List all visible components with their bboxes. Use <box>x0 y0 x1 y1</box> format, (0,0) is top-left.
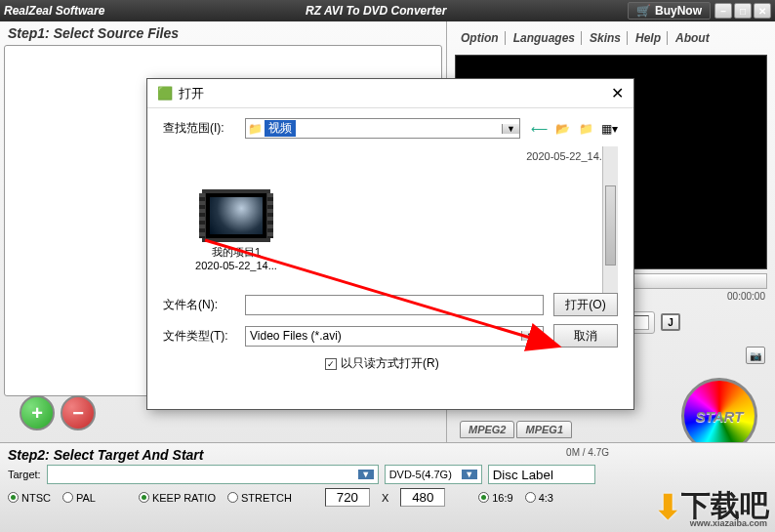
size-indicator: 0M / 4.7G <box>566 447 609 458</box>
radio-dot-icon <box>8 492 19 503</box>
stretch-label: STRETCH <box>241 492 292 504</box>
radio-dot-icon <box>525 492 536 503</box>
radio-dot-icon <box>62 492 73 503</box>
scrollbar[interactable] <box>602 146 618 293</box>
folder-icon: 📁 <box>248 122 263 136</box>
tab-mpeg2[interactable]: MPEG2 <box>460 421 515 438</box>
view-menu-icon[interactable]: ▦▾ <box>600 120 618 138</box>
time-end: 00:00:00 <box>727 291 765 302</box>
menu-option[interactable]: Option <box>455 31 506 45</box>
back-icon[interactable]: ⟵ <box>530 120 548 138</box>
step2-header: Step2: Select Target And Start <box>8 447 767 463</box>
open-dialog: 🟩打开 ✕ 查找范围(I): 📁 视频 ▼ ⟵ 📂 📁 ▦▾ 2020-05-2… <box>146 78 634 410</box>
buy-now-label: BuyNow <box>655 4 702 18</box>
radio-dot-icon <box>227 492 238 503</box>
readonly-label: 以只读方式打开(R) <box>341 355 439 372</box>
maximize-button[interactable]: □ <box>734 3 752 19</box>
target-label: Target: <box>8 469 41 480</box>
radio-4-3[interactable]: 4:3 <box>525 492 553 504</box>
radio-dot-icon <box>139 492 149 503</box>
x-label: X <box>382 492 388 504</box>
close-button[interactable]: ✕ <box>754 3 771 19</box>
filetype-label: 文件类型(T): <box>163 328 235 345</box>
radio-ntsc[interactable]: NTSC <box>8 492 51 504</box>
mark-button[interactable]: J <box>661 313 680 331</box>
radio-pal[interactable]: PAL <box>62 492 96 504</box>
remove-button[interactable]: − <box>61 395 96 430</box>
video-thumbnail-icon <box>202 189 270 242</box>
watermark-icon: ⬇ <box>654 487 681 526</box>
dialog-title: 打开 <box>179 85 204 102</box>
checkbox-icon: ✓ <box>325 358 337 370</box>
dropdown-icon: ▼ <box>462 470 477 479</box>
r43-label: 4:3 <box>539 492 553 504</box>
tab-mpeg1[interactable]: MPEG1 <box>516 421 572 438</box>
radio-dot-icon <box>478 492 489 503</box>
lookin-label: 查找范围(I): <box>163 120 235 137</box>
media-combo[interactable]: DVD-5(4.7G)▼ <box>385 465 482 484</box>
width-input[interactable] <box>325 488 370 507</box>
media-value: DVD-5(4.7G) <box>389 469 452 480</box>
r169-label: 16:9 <box>492 492 512 504</box>
menu-help[interactable]: Help <box>630 31 668 45</box>
start-label: START <box>696 408 744 425</box>
radio-keep-ratio[interactable]: KEEP RATIO <box>139 492 216 504</box>
height-input[interactable] <box>400 488 445 507</box>
pal-label: PAL <box>76 492 96 504</box>
filetype-combo[interactable]: Video Files (*.avi)▼ <box>245 326 544 347</box>
filetype-value: Video Files (*.avi) <box>250 329 342 343</box>
dialog-close-button[interactable]: ✕ <box>611 84 624 102</box>
disc-label-input[interactable] <box>488 465 595 484</box>
dropdown-icon: ▼ <box>521 331 539 341</box>
radio-16-9[interactable]: 16:9 <box>478 492 512 504</box>
step1-header: Step1: Select Source Files <box>4 25 442 41</box>
buy-now-button[interactable]: 🛒 BuyNow <box>628 2 711 20</box>
add-button[interactable]: + <box>20 395 55 430</box>
ntsc-label: NTSC <box>21 492 51 504</box>
dialog-icon: 🟩 <box>157 86 173 101</box>
radio-stretch[interactable]: STRETCH <box>227 492 292 504</box>
watermark: ⬇ 下载吧 www.xiazaiba.com <box>654 486 769 526</box>
menu-about[interactable]: About <box>670 31 715 45</box>
lookin-combo[interactable]: 📁 视频 ▼ <box>245 118 520 139</box>
file-item[interactable]: 我的项目1 2020-05-22_14... <box>183 189 290 271</box>
target-combo[interactable]: ▼ <box>47 465 379 484</box>
titlebar: RealZeal Software RZ AVI To DVD Converte… <box>0 0 775 21</box>
menu-languages[interactable]: Languages <box>508 31 582 45</box>
file-date-top: 2020-05-22_14... <box>526 150 608 162</box>
cancel-button[interactable]: 取消 <box>553 324 618 348</box>
lookin-value: 视频 <box>265 120 296 137</box>
cart-icon: 🛒 <box>636 4 651 18</box>
snapshot-button[interactable]: 📷 <box>746 347 765 364</box>
brand-label: RealZeal Software <box>4 4 104 18</box>
filename-label: 文件名(N): <box>163 297 235 313</box>
keep-label: KEEP RATIO <box>152 492 216 504</box>
menu-skins[interactable]: Skins <box>584 31 628 45</box>
file-date: 2020-05-22_14... <box>183 260 290 271</box>
dropdown-icon: ▼ <box>502 124 519 134</box>
menu-bar: Option Languages Skins Help About <box>451 25 771 51</box>
app-title: RZ AVI To DVD Converter <box>124 4 628 18</box>
readonly-checkbox[interactable]: ✓ 以只读方式打开(R) <box>325 355 618 372</box>
up-folder-icon[interactable]: 📂 <box>553 120 571 138</box>
open-button[interactable]: 打开(O) <box>553 293 618 316</box>
file-browser[interactable]: 2020-05-22_14... 我的项目1 2020-05-22_14... <box>163 146 618 293</box>
watermark-url: www.xiazaiba.com <box>690 518 767 528</box>
filename-input[interactable] <box>245 295 544 315</box>
minimize-button[interactable]: – <box>714 3 732 19</box>
dropdown-icon: ▼ <box>358 470 374 479</box>
new-folder-icon[interactable]: 📁 <box>577 120 594 138</box>
file-name: 我的项目1 <box>183 245 290 260</box>
